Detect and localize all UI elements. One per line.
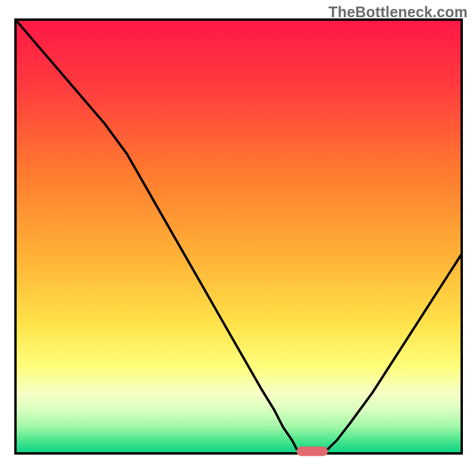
- trough-marker: [297, 446, 328, 456]
- bottleneck-plot: [0, 0, 476, 476]
- chart-stage: TheBottleneck.com: [0, 0, 476, 476]
- plot-background: [15, 20, 462, 453]
- watermark-text: TheBottleneck.com: [328, 4, 468, 21]
